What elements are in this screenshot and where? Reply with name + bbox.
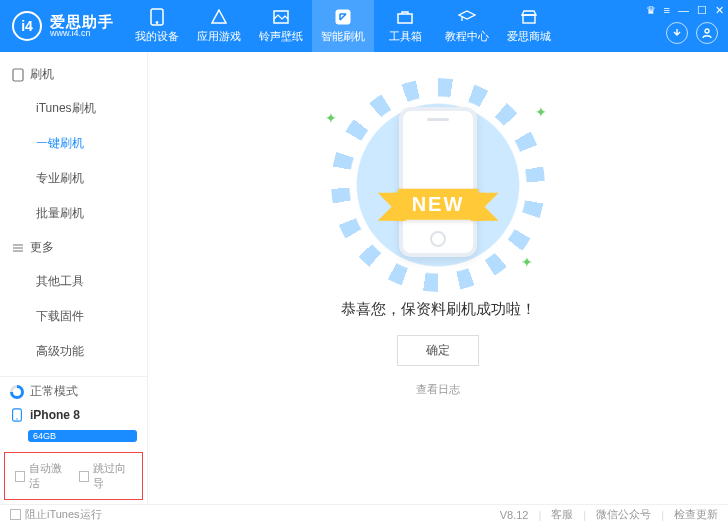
sidebar-item-download-fw[interactable]: 下载固件 [0, 299, 147, 334]
window-controls: ♛ ≡ ― ☐ ✕ [646, 4, 724, 17]
apps-icon [210, 8, 228, 26]
svg-point-1 [156, 22, 158, 24]
skin-icon[interactable]: ♛ [646, 4, 656, 17]
main-content: ✦ ✦ ✦ NEW 恭喜您，保资料刷机成功啦！ 确定 查看日志 [148, 52, 728, 504]
tutorial-icon [458, 8, 476, 26]
storage-badge: 64GB [28, 430, 137, 442]
svg-point-9 [16, 418, 17, 419]
user-button[interactable] [696, 22, 718, 44]
success-message: 恭喜您，保资料刷机成功啦！ [341, 300, 536, 319]
sidebar-item-othertools[interactable]: 其他工具 [0, 264, 147, 299]
svg-rect-5 [523, 15, 535, 23]
sidebar-item-oneclick[interactable]: 一键刷机 [0, 126, 147, 161]
version-label: V8.12 [500, 509, 529, 521]
success-illustration: ✦ ✦ ✦ NEW [333, 100, 543, 270]
menu-icon[interactable]: ≡ [664, 4, 670, 17]
phone-small-icon [12, 68, 24, 82]
nav-toolbox[interactable]: 工具箱 [374, 0, 436, 52]
list-icon [12, 242, 24, 254]
activation-options-highlighted: 自动激活 跳过向导 [4, 452, 143, 500]
support-link[interactable]: 客服 [551, 507, 573, 522]
nav-apps[interactable]: 应用游戏 [188, 0, 250, 52]
logo[interactable]: i4 爱思助手 www.i4.cn [0, 11, 126, 41]
sidebar-group-more[interactable]: 更多 [0, 231, 147, 264]
sidebar-item-pro[interactable]: 专业刷机 [0, 161, 147, 196]
sidebar-group-flash[interactable]: 刷机 [0, 58, 147, 91]
titlebar: i4 爱思助手 www.i4.cn 我的设备 应用游戏 铃声壁纸 智能刷机 工具… [0, 0, 728, 52]
nav-flash[interactable]: 智能刷机 [312, 0, 374, 52]
statusbar: 阻止iTunes运行 V8.12 | 客服 | 微信公众号 | 检查更新 [0, 504, 728, 524]
store-icon [520, 8, 538, 26]
device-icon [148, 8, 166, 26]
check-update-link[interactable]: 检查更新 [674, 507, 718, 522]
sidebar-item-advanced[interactable]: 高级功能 [0, 334, 147, 369]
download-button[interactable] [666, 22, 688, 44]
device-icon [10, 408, 24, 422]
minimize-icon[interactable]: ― [678, 4, 689, 17]
wechat-link[interactable]: 微信公众号 [596, 507, 651, 522]
check-auto-activate[interactable]: 自动激活 [15, 461, 69, 491]
flash-icon [334, 8, 352, 26]
toolbox-icon [396, 8, 414, 26]
wallpaper-icon [272, 8, 290, 26]
top-nav: 我的设备 应用游戏 铃声壁纸 智能刷机 工具箱 教程中心 爱思商城 [126, 0, 560, 52]
svg-point-6 [705, 29, 709, 33]
mode-row[interactable]: 正常模式 [10, 383, 137, 400]
nav-ringtone[interactable]: 铃声壁纸 [250, 0, 312, 52]
device-row[interactable]: iPhone 8 [10, 408, 137, 422]
nav-my-device[interactable]: 我的设备 [126, 0, 188, 52]
close-icon[interactable]: ✕ [715, 4, 724, 17]
view-log-link[interactable]: 查看日志 [416, 382, 460, 397]
svg-rect-7 [13, 69, 23, 81]
sidebar-item-batch[interactable]: 批量刷机 [0, 196, 147, 231]
sidebar: 刷机 iTunes刷机 一键刷机 专业刷机 批量刷机 更多 其他工具 下载固件 … [0, 52, 148, 504]
nav-store[interactable]: 爱思商城 [498, 0, 560, 52]
svg-rect-4 [398, 14, 412, 23]
brand-url: www.i4.cn [50, 29, 114, 38]
ok-button[interactable]: 确定 [397, 335, 479, 366]
check-block-itunes[interactable]: 阻止iTunes运行 [10, 507, 102, 522]
check-skip-guide[interactable]: 跳过向导 [79, 461, 133, 491]
mode-icon [10, 385, 24, 399]
logo-icon: i4 [12, 11, 42, 41]
new-ribbon: NEW [398, 189, 479, 220]
sidebar-item-itunes[interactable]: iTunes刷机 [0, 91, 147, 126]
nav-tutorial[interactable]: 教程中心 [436, 0, 498, 52]
brand-name: 爱思助手 [50, 14, 114, 29]
maximize-icon[interactable]: ☐ [697, 4, 707, 17]
